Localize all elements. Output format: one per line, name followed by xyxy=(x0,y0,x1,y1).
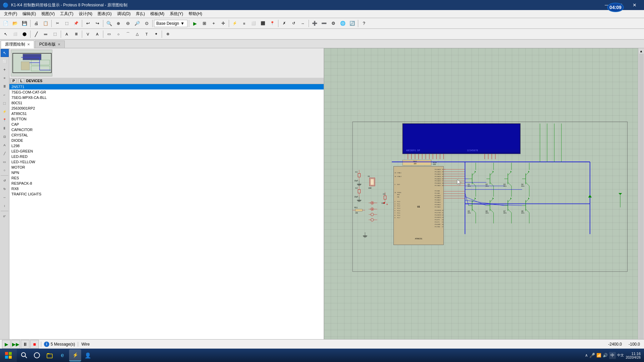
device-panel-p[interactable]: P xyxy=(11,78,16,83)
tb2-port[interactable]: ⬚ xyxy=(51,30,59,39)
menu-view[interactable]: 视图(V) xyxy=(39,10,57,18)
tb-port[interactable]: ⬛ xyxy=(259,19,267,28)
tb-zoom-in[interactable]: 🔍 xyxy=(105,19,113,28)
tool-bus-entry[interactable]: ⌐ xyxy=(1,91,9,99)
tb2-bus[interactable]: ═ xyxy=(41,30,50,39)
device-item-25630[interactable]: 25630901RP2 xyxy=(9,106,324,111)
tb-print[interactable]: 🖨 xyxy=(32,19,41,28)
tray-volume[interactable]: 🔊 xyxy=(603,353,608,358)
tb2-origin[interactable]: ⊕ xyxy=(163,30,172,39)
tb-cut[interactable]: ✂ xyxy=(53,19,62,28)
close-button[interactable]: ✕ xyxy=(628,0,641,10)
menu-design[interactable]: 设计(N) xyxy=(76,10,95,18)
tb2-label[interactable]: A xyxy=(62,30,71,39)
tb-run[interactable]: ▶ xyxy=(191,19,199,28)
tb-paste[interactable]: 📌 xyxy=(72,19,80,28)
menu-debug[interactable]: 调试(D) xyxy=(114,10,133,18)
tb2-text[interactable]: T xyxy=(142,30,151,39)
tb-cut2[interactable]: ✗ xyxy=(280,19,288,28)
tb-cursor[interactable]: ✛ xyxy=(219,19,227,28)
tray-hide[interactable]: ∧ xyxy=(585,353,588,358)
tb-open[interactable]: 📂 xyxy=(11,19,19,28)
tb-print2[interactable]: 📋 xyxy=(41,19,50,28)
tray-network[interactable]: 📶 xyxy=(596,353,601,358)
menu-tools[interactable]: 工具(T) xyxy=(57,10,76,18)
stop-button[interactable]: ■ xyxy=(30,340,39,349)
tb-copy[interactable]: ⬚ xyxy=(62,19,71,28)
tab-schematic-close[interactable]: ✕ xyxy=(27,43,30,46)
tool-power[interactable]: ⚡ xyxy=(1,108,9,116)
device-item-cap[interactable]: CAP xyxy=(9,122,324,127)
tb-net[interactable]: 🌐 xyxy=(338,19,347,28)
tool-flip-v[interactable]: ↕ xyxy=(1,202,9,210)
tb-zoom-out[interactable]: ⊖ xyxy=(123,19,132,28)
scroll-track-right[interactable] xyxy=(639,54,644,343)
device-item-motor[interactable]: MOTOR xyxy=(9,165,324,170)
tb2-select[interactable]: ↖ xyxy=(1,30,10,39)
device-item-button[interactable]: BUTTON xyxy=(9,116,324,122)
tb2-probe-i[interactable]: A xyxy=(93,30,102,39)
design-mode-dropdown[interactable]: Base Design ▼ xyxy=(154,20,187,27)
tb2-probe-v[interactable]: V xyxy=(84,30,92,39)
menu-edit[interactable]: 编辑(E) xyxy=(20,10,39,18)
tool-junction[interactable]: + xyxy=(1,66,9,74)
device-item-diode[interactable]: DIODE xyxy=(9,138,324,143)
menu-graph[interactable]: 图表(G) xyxy=(95,10,114,18)
tab-pcb[interactable]: PCB布版 ✕ xyxy=(35,41,65,48)
device-item-7seg-cat[interactable]: 7SEG-COM-CAT-GR xyxy=(9,89,324,95)
tb-bus[interactable]: ≡ xyxy=(240,19,249,28)
tool-script[interactable]: ≣ xyxy=(1,82,9,90)
tool-box[interactable]: ▭ xyxy=(1,158,9,166)
tab-schematic[interactable]: 原理图绘制 ✕ xyxy=(1,41,34,48)
tb-save[interactable]: 💾 xyxy=(20,19,29,28)
tool-rotate-0[interactable]: 0° xyxy=(1,212,9,220)
tb-zoom-fit[interactable]: 🔎 xyxy=(133,19,142,28)
device-item-at89c51[interactable]: AT89C51 xyxy=(9,111,324,116)
device-item-npn[interactable]: NPN xyxy=(9,170,324,175)
tool-select[interactable]: ↖ xyxy=(1,49,9,57)
tool-circle[interactable]: ○ xyxy=(1,166,9,174)
tool-line[interactable]: ╱ xyxy=(1,149,9,158)
taskbar-user[interactable]: 👤 xyxy=(82,349,94,361)
menu-file[interactable]: 文件(F) xyxy=(1,10,20,18)
tb-probe[interactable]: 📍 xyxy=(268,19,277,28)
device-item-led-green[interactable]: LED-GREEN xyxy=(9,148,324,154)
device-item-crystal[interactable]: CRYSTAL xyxy=(9,132,324,138)
tb2-component[interactable]: ⬜ xyxy=(11,30,19,39)
tb-comp[interactable]: ⬜ xyxy=(249,19,258,28)
tray-mic[interactable]: 🎤 xyxy=(589,353,595,358)
tb2-poly[interactable]: △ xyxy=(133,30,142,39)
schematic-canvas[interactable]: ABCDEFG DP 12345678 xyxy=(324,48,638,349)
play-button[interactable]: ▶ xyxy=(2,340,11,349)
tb-rot[interactable]: ↺ xyxy=(289,19,298,28)
tb-zoom-area[interactable]: ⊕ xyxy=(114,19,123,28)
device-item-80c51[interactable]: 80C51 xyxy=(9,100,324,106)
tab-pcb-close[interactable]: ✕ xyxy=(58,43,60,46)
device-item-2n5771[interactable]: 2N5771 xyxy=(9,84,324,89)
tb-origin[interactable]: + xyxy=(209,19,218,28)
tool-annotation[interactable]: A xyxy=(1,141,9,149)
menu-template[interactable]: 模板(M) xyxy=(148,10,167,18)
tool-port[interactable]: ⬚ xyxy=(1,99,9,107)
taskbar-taskview[interactable] xyxy=(31,349,43,361)
menu-help[interactable]: 帮助(H) xyxy=(186,10,205,18)
tb-rem[interactable]: ➖ xyxy=(320,19,328,28)
tb-prop[interactable]: ⚙ xyxy=(329,19,338,28)
device-item-res[interactable]: RES xyxy=(9,175,324,181)
tb-grid[interactable]: ⊞ xyxy=(200,19,209,28)
taskbar-search[interactable] xyxy=(18,349,30,361)
menu-system[interactable]: 系统(Y) xyxy=(167,10,186,18)
tool-flip-h[interactable]: ↔ xyxy=(1,193,9,201)
tool-probe[interactable]: 📍 xyxy=(1,116,9,124)
step-button[interactable]: ▶▶ xyxy=(11,340,20,349)
device-item-led-yellow[interactable]: LED-YELLOW xyxy=(9,159,324,165)
device-item-led-red[interactable]: LED-RED xyxy=(9,154,324,159)
taskbar-fileexplorer[interactable] xyxy=(44,349,56,361)
taskbar-proteus[interactable]: ⚡ xyxy=(69,349,81,361)
tb-zoom-full[interactable]: ⊙ xyxy=(142,19,151,28)
tb-help[interactable]: ? xyxy=(360,19,368,28)
tb-add[interactable]: ➕ xyxy=(310,19,319,28)
tool-label[interactable]: ≡ xyxy=(1,74,9,82)
tb2-circle[interactable]: ○ xyxy=(114,30,123,39)
tb-flip[interactable]: ↔ xyxy=(299,19,307,28)
